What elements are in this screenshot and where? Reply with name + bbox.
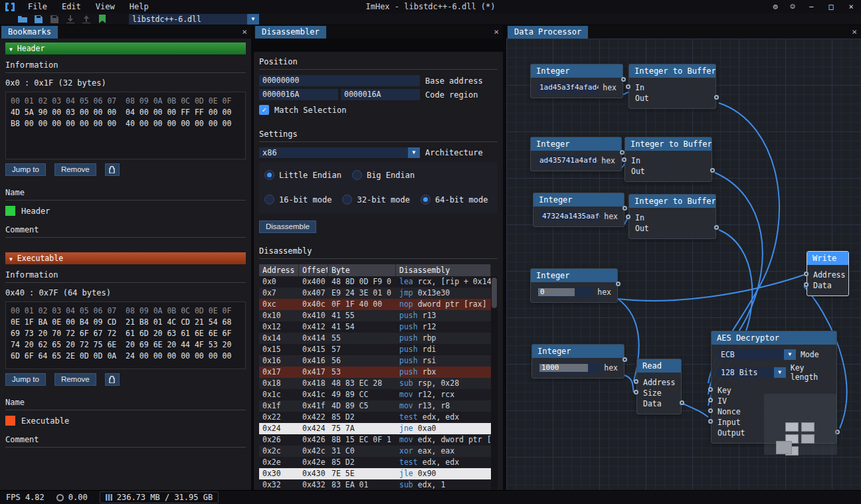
close-icon[interactable]: ×: [494, 25, 499, 39]
feedback-smiley-icon[interactable]: ☺: [784, 0, 801, 13]
disassembly-row[interactable]: 0x7 0x407 E9 24 3E 01 0 jmp0x13e30: [259, 288, 491, 299]
menu-help[interactable]: Help: [122, 0, 156, 13]
column-address[interactable]: Address: [259, 264, 299, 276]
integer-value-input[interactable]: 47324a1435aafe: [539, 211, 600, 222]
open-file-icon[interactable]: [15, 13, 31, 25]
bookmark-name-input[interactable]: Executable: [21, 416, 69, 426]
radio-32bit-mode[interactable]: 32-bit mode: [342, 195, 409, 205]
node-title[interactable]: Integer to Buffer: [625, 137, 712, 151]
node-title[interactable]: Integer to Buffer: [629, 64, 716, 78]
input-pin[interactable]: [708, 419, 713, 424]
input-pin[interactable]: [634, 390, 638, 394]
close-button[interactable]: ×: [841, 0, 861, 13]
node-title[interactable]: Integer: [532, 345, 624, 358]
bookmark-header-collapsible[interactable]: Header: [5, 42, 246, 54]
base-address-input[interactable]: 00000000: [259, 75, 420, 86]
match-selection-checkbox[interactable]: [259, 105, 269, 115]
disassembly-row[interactable]: 0x2c 0x42c 31 C0 xoreax, eax: [259, 446, 491, 457]
save-as-icon[interactable]: [47, 13, 62, 25]
node-title[interactable]: Integer: [531, 269, 617, 282]
input-pin[interactable]: [634, 379, 638, 384]
scrollbar-thumb[interactable]: [492, 278, 497, 308]
settings-gear-icon[interactable]: ⚙: [767, 0, 784, 13]
disassembly-row[interactable]: 0x16 0x416 56 pushrsi: [259, 355, 491, 367]
menu-file[interactable]: File: [21, 0, 54, 13]
bookmark-executable-collapsible[interactable]: Executable: [5, 252, 246, 264]
node-title[interactable]: Integer: [533, 193, 624, 207]
chevron-down-icon[interactable]: [408, 147, 420, 158]
lock-button[interactable]: [105, 163, 120, 176]
output-pin[interactable]: [714, 95, 719, 100]
input-pin[interactable]: [626, 84, 630, 89]
node-title[interactable]: Read: [637, 359, 681, 373]
node-integer-5[interactable]: Integer 1000 hex: [531, 344, 624, 378]
node-int-to-buffer-1[interactable]: Integer to Buffer In Out: [628, 64, 716, 109]
lock-button[interactable]: [105, 373, 120, 386]
integer-drag-input[interactable]: 0: [537, 287, 593, 297]
bookmark-color-swatch[interactable]: [5, 206, 15, 216]
integer-drag-input[interactable]: 1000: [538, 363, 600, 373]
disassembly-row[interactable]: 0x30 0x430 7E 5E jle0x90: [259, 468, 491, 479]
output-pin[interactable]: [714, 225, 719, 230]
input-pin[interactable]: [708, 387, 713, 392]
tab-data-processor[interactable]: Data Processor: [508, 26, 588, 39]
node-canvas[interactable]: Integer 1ad45a3f4afad4 hex Integer to Bu…: [506, 39, 861, 490]
scrollbar[interactable]: [491, 276, 498, 491]
input-pin[interactable]: [622, 157, 626, 162]
disassembly-row[interactable]: 0x26 0x426 8B 15 EC 0F 1 movedx, dword p…: [259, 434, 491, 446]
import-icon[interactable]: [62, 13, 78, 25]
remove-button[interactable]: Remove: [54, 163, 96, 176]
column-byte[interactable]: Byte: [328, 264, 396, 276]
disassembly-row[interactable]: 0x10 0x410 41 55 pushr13: [259, 310, 491, 321]
chevron-down-icon[interactable]: [247, 14, 259, 25]
disassembly-row[interactable]: 0x1f 0x41f 4D 89 C5 movr13, r8: [259, 400, 491, 412]
menu-view[interactable]: View: [88, 0, 122, 13]
output-pin[interactable]: [620, 150, 624, 155]
radio-little-endian[interactable]: Little Endian: [264, 170, 341, 180]
disassembly-row[interactable]: 0x12 0x412 41 54 pushr12: [259, 321, 491, 333]
input-pin[interactable]: [804, 282, 809, 287]
node-title[interactable]: AES Decryptor: [712, 331, 836, 345]
disassembly-row[interactable]: 0x32 0x432 83 EA 01 subedx, 1: [259, 479, 491, 491]
node-int-to-buffer-2[interactable]: Integer to Buffer In Out: [624, 137, 712, 182]
aes-mode-dropdown[interactable]: ECB: [718, 349, 796, 360]
node-integer-1[interactable]: Integer 1ad45a3f4afad4 hex: [530, 64, 623, 98]
disassembly-row[interactable]: 0x18 0x418 48 83 EC 28 subrsp, 0x28: [259, 378, 491, 389]
architecture-dropdown[interactable]: x86: [259, 147, 420, 158]
aes-key-length-dropdown[interactable]: 128 Bits: [718, 367, 786, 378]
bookmark-color-swatch[interactable]: [5, 416, 15, 426]
integer-value-input[interactable]: 1ad45a3f4afad4: [537, 82, 599, 93]
disassembly-row[interactable]: 0x0 0x400 48 8D 0D F9 0 learcx, [rip + 0…: [259, 276, 491, 288]
node-read[interactable]: Read Address Size Data: [636, 359, 682, 414]
chevron-down-icon[interactable]: [784, 349, 796, 360]
node-integer-3[interactable]: Integer 47324a1435aafe hex: [533, 193, 624, 227]
close-icon[interactable]: ×: [852, 25, 857, 39]
output-pin[interactable]: [621, 77, 626, 82]
integer-value-input[interactable]: ad435741a4afde: [537, 155, 597, 166]
output-pin[interactable]: [680, 400, 684, 405]
bookmark-name-input[interactable]: Header: [21, 207, 50, 216]
bookmark-icon[interactable]: [94, 13, 110, 25]
disassembly-row[interactable]: 0x22 0x422 85 D2 testedx, edx: [259, 412, 491, 423]
close-icon[interactable]: ×: [242, 25, 247, 39]
radio-64bit-mode[interactable]: 64-bit mode: [421, 195, 488, 205]
tab-disassembler[interactable]: Disassembler: [255, 26, 326, 39]
input-pin[interactable]: [708, 408, 713, 413]
node-title[interactable]: Integer to Buffer: [629, 195, 716, 208]
remove-button[interactable]: Remove: [54, 373, 96, 386]
export-icon[interactable]: [78, 13, 94, 25]
node-int-to-buffer-3[interactable]: Integer to Buffer In Out: [628, 194, 716, 239]
disassembly-row[interactable]: 0x24 0x424 75 7A jne0xa0: [259, 423, 491, 434]
disassembly-row[interactable]: 0x15 0x415 57 pushrdi: [259, 344, 491, 355]
column-disassembly[interactable]: Disassembly: [396, 264, 491, 276]
node-title[interactable]: Write: [807, 252, 848, 265]
chevron-down-icon[interactable]: [774, 367, 786, 378]
radio-16bit-mode[interactable]: 16-bit mode: [264, 195, 332, 205]
save-icon[interactable]: [31, 13, 47, 25]
input-pin[interactable]: [804, 272, 809, 276]
maximize-button[interactable]: □: [821, 0, 841, 13]
input-pin[interactable]: [626, 214, 630, 219]
radio-big-endian[interactable]: Big Endian: [352, 170, 415, 180]
node-write[interactable]: Write Address Data: [807, 251, 849, 296]
output-pin[interactable]: [616, 282, 621, 286]
